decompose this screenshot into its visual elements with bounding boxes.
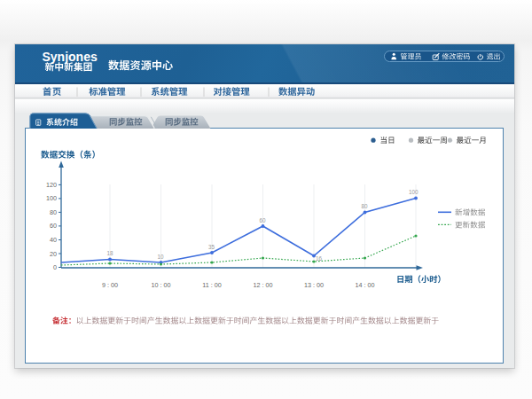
svg-text:80: 80: [50, 208, 57, 216]
svg-text:11 : 00: 11 : 00: [202, 281, 221, 289]
svg-text:80: 80: [362, 203, 369, 209]
svg-text:16: 16: [316, 255, 323, 262]
svg-text:120: 120: [46, 181, 57, 189]
svg-text:60: 60: [260, 217, 267, 223]
svg-text:14 : 00: 14 : 00: [356, 281, 375, 289]
svg-text:35: 35: [208, 244, 215, 250]
svg-text:20: 20: [50, 250, 57, 258]
svg-text:18: 18: [107, 250, 114, 256]
svg-text:Synjones: Synjones: [43, 50, 98, 64]
svg-text:10 : 00: 10 : 00: [152, 281, 171, 289]
svg-text:12 : 00: 12 : 00: [254, 281, 273, 289]
svg-text:100: 100: [46, 194, 57, 202]
svg-text:40: 40: [50, 236, 57, 244]
svg-text:60: 60: [50, 222, 57, 230]
svg-text:100: 100: [409, 189, 419, 195]
svg-text:10: 10: [158, 254, 165, 260]
svg-text:0: 0: [53, 263, 57, 271]
svg-text:13 : 00: 13 : 00: [304, 281, 324, 289]
svg-text:9 : 00: 9 : 00: [102, 281, 118, 289]
